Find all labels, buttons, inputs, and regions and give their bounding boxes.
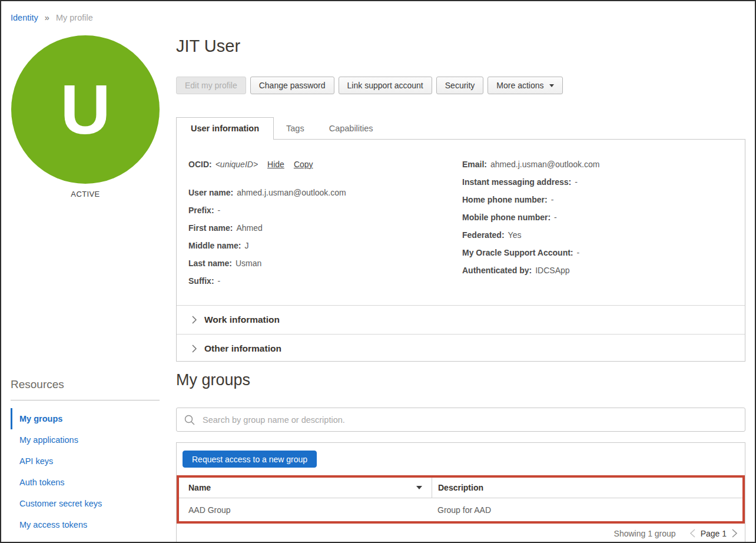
sidebar-item-my-groups[interactable]: My groups [11, 408, 160, 429]
resources-list: My groups My applications API keys Auth … [11, 408, 160, 535]
column-header-name[interactable]: Name [179, 478, 432, 498]
resources-sidebar: Resources My groups My applications API … [11, 378, 160, 535]
field-email: Email:ahmed.j.usman@outlook.com [462, 155, 745, 173]
link-support-account-button[interactable]: Link support account [339, 77, 432, 94]
field-instant-messaging: Instant messaging address:- [462, 173, 745, 191]
change-password-button[interactable]: Change password [250, 77, 334, 94]
field-middle-name: Middle name:J [188, 237, 442, 254]
sidebar-item-my-access-tokens[interactable]: My access tokens [11, 514, 160, 535]
sidebar-item-customer-secret-keys[interactable]: Customer secret keys [11, 493, 160, 514]
chevron-right-icon [732, 529, 737, 538]
user-info-left-column: OCID:<uniqueID>HideCopy User name:ahmed.… [188, 155, 442, 305]
breadcrumb: Identity » My profile [11, 13, 93, 22]
breadcrumb-identity-link[interactable]: Identity [11, 13, 38, 22]
other-information-label: Other information [204, 343, 281, 354]
sidebar-item-api-keys[interactable]: API keys [11, 451, 160, 472]
chevron-down-icon [549, 84, 554, 87]
sidebar-item-auth-tokens[interactable]: Auth tokens [11, 472, 160, 493]
more-actions-label: More actions [496, 81, 543, 90]
avatar-letter: U [60, 75, 110, 144]
showing-count: Showing 1 group [614, 529, 676, 538]
field-ocid: OCID:<uniqueID>HideCopy [188, 155, 442, 173]
my-groups-heading: My groups [176, 371, 250, 389]
field-home-phone: Home phone number:- [462, 191, 745, 208]
tab-tags[interactable]: Tags [274, 117, 317, 140]
search-icon [184, 414, 195, 426]
field-oracle-support-account: My Oracle Support Account:- [462, 244, 745, 261]
field-last-name: Last name:Usman [188, 254, 442, 272]
breadcrumb-separator: » [45, 13, 49, 22]
resources-title: Resources [11, 378, 160, 391]
sort-descending-icon [416, 486, 422, 489]
field-prefix: Prefix:- [188, 201, 442, 219]
cell-group-name: AAD Group [179, 505, 432, 515]
field-suffix: Suffix:- [188, 272, 442, 290]
column-header-name-label: Name [188, 483, 211, 492]
field-federated: Federated:Yes [462, 226, 745, 244]
ocid-label: OCID: [188, 160, 212, 169]
chevron-right-icon [192, 345, 197, 353]
groups-table-highlight: Name Description AAD Group Group for AAD [177, 475, 745, 524]
search-input[interactable] [203, 415, 738, 425]
work-information-section[interactable]: Work information [177, 305, 745, 334]
copy-link[interactable]: Copy [294, 160, 313, 169]
field-user-name: User name:ahmed.j.usman@outlook.com [188, 184, 442, 201]
resources-divider [11, 400, 160, 400]
table-row[interactable]: AAD Group Group for AAD [179, 498, 742, 521]
hide-link[interactable]: Hide [267, 160, 284, 169]
user-info-columns: OCID:<uniqueID>HideCopy User name:ahmed.… [177, 140, 745, 305]
sidebar-item-my-applications[interactable]: My applications [11, 429, 160, 451]
user-info-right-column: Email:ahmed.j.usman@outlook.com Instant … [462, 155, 745, 305]
groups-table-header: Name Description [179, 478, 742, 498]
request-access-button[interactable]: Request access to a new group [183, 451, 317, 468]
chevron-right-icon [192, 316, 197, 324]
status-badge: ACTIVE [11, 190, 160, 198]
field-mobile-phone: Mobile phone number:- [462, 208, 745, 226]
group-search-box [176, 408, 745, 432]
chevron-left-icon [690, 529, 695, 538]
avatar: U [11, 35, 160, 184]
other-information-section[interactable]: Other information [177, 334, 745, 363]
action-buttons: Edit my profile Change password Link sup… [176, 77, 563, 94]
work-information-label: Work information [204, 314, 280, 325]
user-information-panel: OCID:<uniqueID>HideCopy User name:ahmed.… [176, 139, 745, 362]
ocid-value: <uniqueID> [215, 160, 258, 169]
table-footer: Showing 1 group Page 1 [177, 524, 745, 543]
breadcrumb-current: My profile [56, 13, 93, 22]
pagination-next[interactable] [732, 529, 737, 538]
field-authenticated-by: Authenticated by:IDCSApp [462, 261, 745, 279]
field-first-name: First name:Ahmed [188, 219, 442, 237]
groups-container: Request access to a new group Name Descr… [176, 442, 745, 543]
page-title: JIT User [176, 37, 240, 56]
security-button[interactable]: Security [436, 77, 484, 94]
pagination-prev [690, 529, 695, 538]
cell-group-description: Group for AAD [432, 505, 742, 515]
tab-user-information[interactable]: User information [176, 117, 274, 140]
tab-capabilities[interactable]: Capabilities [317, 117, 386, 140]
column-header-description: Description [432, 478, 742, 498]
tab-bar: User information Tags Capabilities [176, 117, 386, 140]
edit-profile-button: Edit my profile [176, 77, 246, 94]
page-indicator: Page 1 [701, 529, 727, 538]
app-window: Identity » My profile U ACTIVE Resources… [0, 0, 756, 543]
more-actions-button[interactable]: More actions [488, 77, 562, 94]
